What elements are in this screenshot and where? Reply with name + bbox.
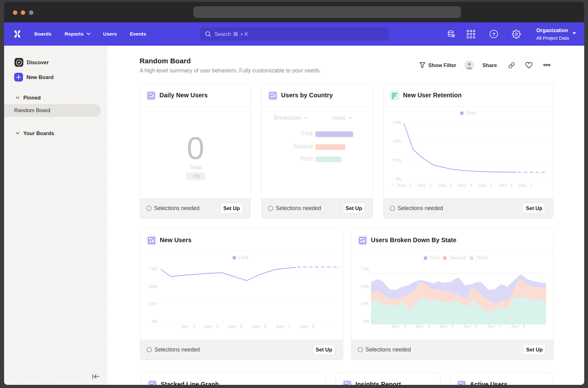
svg-text:?: ?: [492, 31, 495, 37]
